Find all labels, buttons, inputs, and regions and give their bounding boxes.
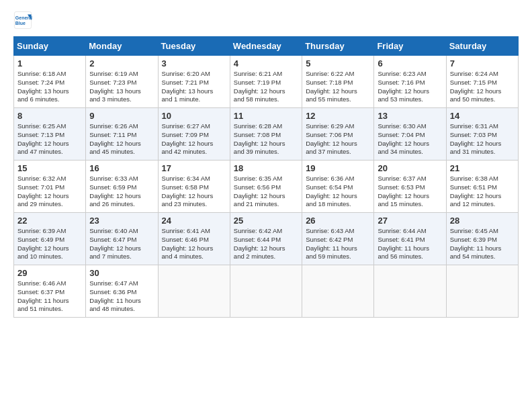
day-number: 6 xyxy=(378,58,442,68)
cell-info: Sunrise: 6:26 AMSunset: 7:11 PMDaylight:… xyxy=(89,122,154,156)
calendar-week-row: 8Sunrise: 6:25 AMSunset: 7:13 PMDaylight… xyxy=(14,108,519,161)
col-thursday: Thursday xyxy=(302,37,374,56)
col-monday: Monday xyxy=(86,37,158,56)
day-number: 16 xyxy=(89,163,154,173)
day-number: 1 xyxy=(17,58,82,68)
day-number: 28 xyxy=(450,216,515,226)
table-row: 6Sunrise: 6:23 AMSunset: 7:16 PMDaylight… xyxy=(374,56,446,108)
cell-info: Sunrise: 6:18 AMSunset: 7:24 PMDaylight:… xyxy=(17,70,82,104)
day-number: 18 xyxy=(234,163,298,173)
cell-info: Sunrise: 6:19 AMSunset: 7:23 PMDaylight:… xyxy=(89,70,154,104)
table-row: 2Sunrise: 6:19 AMSunset: 7:23 PMDaylight… xyxy=(86,56,158,108)
table-row: 24Sunrise: 6:41 AMSunset: 6:46 PMDayligh… xyxy=(158,213,230,265)
calendar-week-row: 15Sunrise: 6:32 AMSunset: 7:01 PMDayligh… xyxy=(14,161,519,213)
table-row xyxy=(302,265,374,318)
table-row: 22Sunrise: 6:39 AMSunset: 6:49 PMDayligh… xyxy=(14,213,86,265)
day-number: 15 xyxy=(17,163,82,173)
svg-text:Blue: Blue xyxy=(15,21,26,26)
calendar-header-row: Sunday Monday Tuesday Wednesday Thursday… xyxy=(14,37,519,56)
day-number: 22 xyxy=(17,216,82,226)
table-row: 8Sunrise: 6:25 AMSunset: 7:13 PMDaylight… xyxy=(14,108,86,161)
cell-info: Sunrise: 6:28 AMSunset: 7:08 PMDaylight:… xyxy=(234,122,298,156)
table-row: 19Sunrise: 6:36 AMSunset: 6:54 PMDayligh… xyxy=(302,161,374,213)
cell-info: Sunrise: 6:27 AMSunset: 7:09 PMDaylight:… xyxy=(162,122,226,156)
day-number: 5 xyxy=(306,58,370,68)
day-number: 3 xyxy=(162,58,226,68)
cell-info: Sunrise: 6:32 AMSunset: 7:01 PMDaylight:… xyxy=(17,175,82,209)
table-row: 11Sunrise: 6:28 AMSunset: 7:08 PMDayligh… xyxy=(230,108,302,161)
table-row xyxy=(158,265,230,318)
table-row: 14Sunrise: 6:31 AMSunset: 7:03 PMDayligh… xyxy=(446,108,518,161)
day-number: 7 xyxy=(450,58,515,68)
day-number: 14 xyxy=(450,111,515,121)
day-number: 21 xyxy=(450,163,515,173)
day-number: 11 xyxy=(234,111,298,121)
day-number: 8 xyxy=(17,111,82,121)
table-row: 5Sunrise: 6:22 AMSunset: 7:18 PMDaylight… xyxy=(302,56,374,108)
day-number: 25 xyxy=(234,216,298,226)
cell-info: Sunrise: 6:36 AMSunset: 6:54 PMDaylight:… xyxy=(306,175,370,209)
day-number: 12 xyxy=(306,111,370,121)
table-row xyxy=(374,265,446,318)
col-sunday: Sunday xyxy=(14,37,86,56)
day-number: 23 xyxy=(89,216,154,226)
table-row: 30Sunrise: 6:47 AMSunset: 6:36 PMDayligh… xyxy=(86,265,158,318)
cell-info: Sunrise: 6:35 AMSunset: 6:56 PMDaylight:… xyxy=(234,175,298,209)
cell-info: Sunrise: 6:24 AMSunset: 7:15 PMDaylight:… xyxy=(450,70,515,104)
day-number: 29 xyxy=(17,268,82,278)
cell-info: Sunrise: 6:45 AMSunset: 6:39 PMDaylight:… xyxy=(450,227,515,261)
col-tuesday: Tuesday xyxy=(158,37,230,56)
cell-info: Sunrise: 6:37 AMSunset: 6:53 PMDaylight:… xyxy=(378,175,442,209)
day-number: 26 xyxy=(306,216,370,226)
page: General Blue Sunday Monday Tuesday Wedne… xyxy=(0,0,532,411)
cell-info: Sunrise: 6:39 AMSunset: 6:49 PMDaylight:… xyxy=(17,227,82,261)
cell-info: Sunrise: 6:29 AMSunset: 7:06 PMDaylight:… xyxy=(306,122,370,156)
table-row: 12Sunrise: 6:29 AMSunset: 7:06 PMDayligh… xyxy=(302,108,374,161)
table-row: 17Sunrise: 6:34 AMSunset: 6:58 PMDayligh… xyxy=(158,161,230,213)
svg-rect-0 xyxy=(14,11,31,28)
calendar-week-row: 22Sunrise: 6:39 AMSunset: 6:49 PMDayligh… xyxy=(14,213,519,265)
table-row: 4Sunrise: 6:21 AMSunset: 7:19 PMDaylight… xyxy=(230,56,302,108)
day-number: 9 xyxy=(89,111,154,121)
table-row: 13Sunrise: 6:30 AMSunset: 7:04 PMDayligh… xyxy=(374,108,446,161)
table-row xyxy=(446,265,518,318)
cell-info: Sunrise: 6:33 AMSunset: 6:59 PMDaylight:… xyxy=(89,175,154,209)
cell-info: Sunrise: 6:43 AMSunset: 6:42 PMDaylight:… xyxy=(306,227,370,261)
day-number: 19 xyxy=(306,163,370,173)
cell-info: Sunrise: 6:34 AMSunset: 6:58 PMDaylight:… xyxy=(162,175,226,209)
cell-info: Sunrise: 6:23 AMSunset: 7:16 PMDaylight:… xyxy=(378,70,442,104)
day-number: 2 xyxy=(89,58,154,68)
day-number: 20 xyxy=(378,163,442,173)
day-number: 24 xyxy=(162,216,226,226)
table-row: 20Sunrise: 6:37 AMSunset: 6:53 PMDayligh… xyxy=(374,161,446,213)
day-number: 27 xyxy=(378,216,442,226)
cell-info: Sunrise: 6:25 AMSunset: 7:13 PMDaylight:… xyxy=(17,122,82,156)
calendar-week-row: 1Sunrise: 6:18 AMSunset: 7:24 PMDaylight… xyxy=(14,56,519,108)
table-row: 16Sunrise: 6:33 AMSunset: 6:59 PMDayligh… xyxy=(86,161,158,213)
col-saturday: Saturday xyxy=(446,37,518,56)
cell-info: Sunrise: 6:31 AMSunset: 7:03 PMDaylight:… xyxy=(450,122,515,156)
day-number: 4 xyxy=(234,58,298,68)
cell-info: Sunrise: 6:38 AMSunset: 6:51 PMDaylight:… xyxy=(450,175,515,209)
day-number: 10 xyxy=(162,111,226,121)
table-row: 21Sunrise: 6:38 AMSunset: 6:51 PMDayligh… xyxy=(446,161,518,213)
col-wednesday: Wednesday xyxy=(230,37,302,56)
table-row: 27Sunrise: 6:44 AMSunset: 6:41 PMDayligh… xyxy=(374,213,446,265)
cell-info: Sunrise: 6:47 AMSunset: 6:36 PMDaylight:… xyxy=(89,279,154,314)
logo-icon: General Blue xyxy=(13,11,32,30)
cell-info: Sunrise: 6:42 AMSunset: 6:44 PMDaylight:… xyxy=(234,227,298,261)
cell-info: Sunrise: 6:46 AMSunset: 6:37 PMDaylight:… xyxy=(17,279,82,314)
cell-info: Sunrise: 6:40 AMSunset: 6:47 PMDaylight:… xyxy=(89,227,154,261)
table-row: 1Sunrise: 6:18 AMSunset: 7:24 PMDaylight… xyxy=(14,56,86,108)
table-row: 26Sunrise: 6:43 AMSunset: 6:42 PMDayligh… xyxy=(302,213,374,265)
calendar-week-row: 29Sunrise: 6:46 AMSunset: 6:37 PMDayligh… xyxy=(14,265,519,318)
table-row: 29Sunrise: 6:46 AMSunset: 6:37 PMDayligh… xyxy=(14,265,86,318)
cell-info: Sunrise: 6:30 AMSunset: 7:04 PMDaylight:… xyxy=(378,122,442,156)
header: General Blue xyxy=(13,11,519,30)
table-row: 23Sunrise: 6:40 AMSunset: 6:47 PMDayligh… xyxy=(86,213,158,265)
table-row: 9Sunrise: 6:26 AMSunset: 7:11 PMDaylight… xyxy=(86,108,158,161)
table-row: 28Sunrise: 6:45 AMSunset: 6:39 PMDayligh… xyxy=(446,213,518,265)
calendar-table: Sunday Monday Tuesday Wednesday Thursday… xyxy=(13,36,519,318)
table-row: 15Sunrise: 6:32 AMSunset: 7:01 PMDayligh… xyxy=(14,161,86,213)
logo: General Blue xyxy=(13,11,35,30)
